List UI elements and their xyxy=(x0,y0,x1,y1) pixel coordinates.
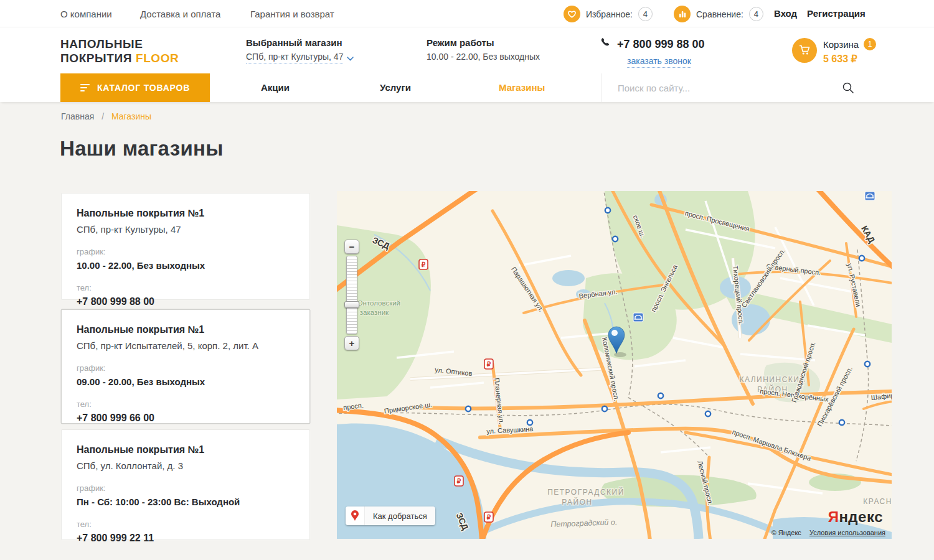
map-canvas[interactable]: ₽₽₽₽ ЗСДпросп. Просвещенияское ш.КАДул. … xyxy=(337,191,892,539)
phone-label: тел: xyxy=(77,283,295,292)
breadcrumb: Главная / Магазины xyxy=(61,111,151,121)
store-name: Напольные покрытия №1 xyxy=(77,444,295,455)
schedule-value: 10.00 - 22.00, Без выходных xyxy=(77,260,295,271)
yandex-logo[interactable]: Яндекс xyxy=(828,508,883,526)
svg-text:ПЕТРОГРАДСКИЙ: ПЕТРОГРАДСКИЙ xyxy=(547,487,625,497)
phone-label: тел: xyxy=(77,520,295,529)
chevron-down-icon xyxy=(347,53,354,63)
hamburger-icon xyxy=(80,84,90,91)
zoom-slider-track[interactable] xyxy=(346,256,357,334)
store-name: Напольные покрытия №1 xyxy=(77,324,295,335)
cart-total: 5 633 ₽ xyxy=(823,53,876,65)
favorites-count: 4 xyxy=(638,7,653,21)
svg-text:₽: ₽ xyxy=(487,514,491,521)
store-phone: +7 800 999 22 11 xyxy=(77,533,295,544)
phone-number[interactable]: +7 800 999 88 00 xyxy=(617,38,705,51)
breadcrumb-home[interactable]: Главная xyxy=(61,111,94,121)
zoom-in-button[interactable]: + xyxy=(344,336,359,350)
main-nav: КАТАЛОГ ТОВАРОВ Акции Услуги Магазины xyxy=(0,73,934,102)
breadcrumb-current: Магазины xyxy=(111,111,151,121)
schedule-value: Пн - Сб: 10:00 - 23:00 Вс: Выходной xyxy=(77,497,295,507)
bar-chart-icon xyxy=(674,6,691,22)
store-address: СПб, пр-кт Испытателей, 5, корп. 2, лит.… xyxy=(77,340,295,351)
schedule-value: 09.00 - 20.00, Без выходных xyxy=(77,376,295,387)
store-card-selected[interactable]: Напольные покрытия №1 СПб, пр-кт Испытат… xyxy=(61,309,310,424)
schedule-label: график: xyxy=(77,483,295,493)
schedule-label: график: xyxy=(77,247,295,256)
store-address: СПб, ул. Коллонтай, д. 3 xyxy=(77,460,295,471)
svg-text:РАЙОН: РАЙОН xyxy=(562,497,592,506)
favorites-label: Избранное: xyxy=(586,9,633,19)
map-pin-icon xyxy=(346,506,364,525)
svg-text:заказник: заказник xyxy=(360,309,389,316)
cart-label: Корзина xyxy=(823,39,859,50)
directions-label: Как добраться xyxy=(364,506,435,525)
catalog-button[interactable]: КАТАЛОГ ТОВАРОВ xyxy=(60,73,210,102)
nav-item-services[interactable]: Услуги xyxy=(380,82,411,93)
yandex-map[interactable]: ₽₽₽₽ ЗСДпросп. Просвещенияское ш.КАДул. … xyxy=(337,191,892,539)
site-search xyxy=(601,73,872,102)
logo-accent: FLOOR xyxy=(136,52,179,65)
page-title: Наши магазины xyxy=(60,137,224,161)
directions-button[interactable]: Как добраться xyxy=(346,506,435,525)
selected-store-link[interactable]: СПб, пр-кт Культуры, 47 xyxy=(246,52,354,63)
compare-label: Сравнение: xyxy=(696,9,743,19)
store-address: СПб, пр-кт Культуры, 47 xyxy=(77,224,295,235)
topbar-link-about[interactable]: О компании xyxy=(60,9,112,19)
phone-icon xyxy=(599,37,611,52)
topbar-link-delivery[interactable]: Доставка и оплата xyxy=(140,9,220,19)
svg-text:Юнтоловский: Юнтоловский xyxy=(356,299,400,307)
page: О компании Доставка и оплата Гарантия и … xyxy=(0,0,934,560)
nav-item-promos[interactable]: Акции xyxy=(261,82,290,93)
store-phone: +7 800 999 88 00 xyxy=(77,296,295,307)
copyright-text: © Яндекс xyxy=(771,529,801,536)
cart-icon xyxy=(792,38,817,63)
svg-text:₽: ₽ xyxy=(457,478,461,485)
topbar: О компании Доставка и оплата Гарантия и … xyxy=(0,0,934,27)
work-mode-label: Режим работы xyxy=(427,37,540,48)
header: НАПОЛЬНЫЕ ПОКРЫТИЯ FLOOR Выбранный магаз… xyxy=(0,27,934,73)
callback-link[interactable]: заказать звонок xyxy=(627,56,705,66)
store-card[interactable]: Напольные покрытия №1 СПб, ул. Коллонтай… xyxy=(61,429,310,540)
login-link[interactable]: Вход xyxy=(774,8,797,19)
zoom-slider-handle[interactable] xyxy=(344,301,359,308)
svg-text:₽: ₽ xyxy=(422,261,426,268)
work-mode-block: Режим работы 10.00 - 22.00, Без выходных xyxy=(427,37,540,62)
store-card[interactable]: Напольные покрытия №1 СПб, пр-кт Культур… xyxy=(61,193,310,300)
phone-block: +7 800 999 88 00 заказать звонок xyxy=(599,37,705,66)
zoom-out-button[interactable]: − xyxy=(344,240,359,254)
phone-label: тел: xyxy=(77,399,295,409)
work-mode-value: 10.00 - 22.00, Без выходных xyxy=(427,52,540,62)
logo[interactable]: НАПОЛЬНЫЕ ПОКРЫТИЯ FLOOR xyxy=(60,37,179,65)
schedule-label: график: xyxy=(77,363,295,373)
map-zoom-control: − + xyxy=(344,240,359,350)
search-input[interactable] xyxy=(618,83,836,93)
breadcrumb-separator: / xyxy=(101,111,104,121)
store-name: Напольные покрытия №1 xyxy=(77,208,295,219)
compare-chip[interactable]: Сравнение: 4 xyxy=(674,6,763,22)
favorites-chip[interactable]: Избранное: 4 xyxy=(564,6,653,22)
cart-button[interactable]: Корзина 1 5 633 ₽ xyxy=(792,38,876,65)
heart-icon xyxy=(564,6,580,22)
store-phone: +7 800 999 66 00 xyxy=(77,413,295,424)
nav-item-stores[interactable]: Магазины xyxy=(499,82,545,93)
cart-count-badge: 1 xyxy=(864,38,876,50)
register-link[interactable]: Регистрация xyxy=(807,8,866,19)
terms-link[interactable]: Условия использования xyxy=(809,529,885,536)
selected-store-block: Выбранный магазин СПб, пр-кт Культуры, 4… xyxy=(246,37,354,63)
topbar-link-warranty[interactable]: Гарантия и возврат xyxy=(250,9,334,19)
map-copyright: © Яндекс Условия использования xyxy=(771,529,885,536)
compare-count: 4 xyxy=(749,7,763,21)
svg-text:₽: ₽ xyxy=(487,361,491,368)
selected-store-label: Выбранный магазин xyxy=(246,37,354,48)
svg-text:КРАСНО: КРАСНО xyxy=(863,497,892,506)
search-icon[interactable] xyxy=(842,82,854,96)
